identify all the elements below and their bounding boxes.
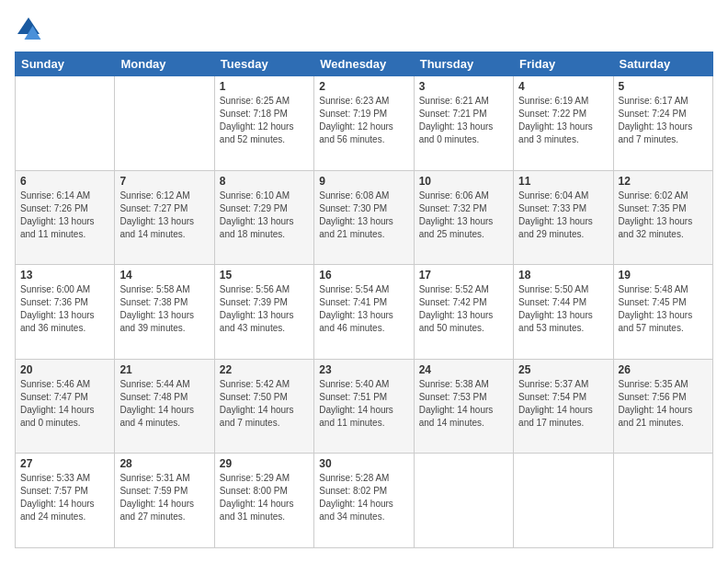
day-number: 25 — [518, 363, 608, 376]
day-info: Sunrise: 6:10 AM Sunset: 7:29 PM Dayligh… — [220, 190, 309, 241]
calendar-cell — [414, 454, 513, 548]
calendar-week-4: 20Sunrise: 5:46 AM Sunset: 7:47 PM Dayli… — [16, 359, 713, 454]
day-info: Sunrise: 6:04 AM Sunset: 7:33 PM Dayligh… — [518, 190, 608, 241]
day-info: Sunrise: 6:21 AM Sunset: 7:21 PM Dayligh… — [419, 95, 508, 146]
calendar-cell: 23Sunrise: 5:40 AM Sunset: 7:51 PM Dayli… — [314, 359, 414, 454]
calendar-cell: 27Sunrise: 5:33 AM Sunset: 7:57 PM Dayli… — [16, 454, 115, 548]
day-info: Sunrise: 5:35 AM Sunset: 7:56 PM Dayligh… — [619, 378, 708, 430]
day-number: 30 — [319, 457, 408, 470]
calendar-cell: 29Sunrise: 5:29 AM Sunset: 8:00 PM Dayli… — [214, 454, 313, 548]
calendar-cell: 18Sunrise: 5:50 AM Sunset: 7:44 PM Dayli… — [514, 265, 613, 360]
day-number: 15 — [220, 269, 309, 282]
day-info: Sunrise: 5:29 AM Sunset: 8:00 PM Dayligh… — [220, 472, 309, 523]
calendar-cell: 7Sunrise: 6:12 AM Sunset: 7:27 PM Daylig… — [115, 170, 214, 265]
calendar-cell: 20Sunrise: 5:46 AM Sunset: 7:47 PM Dayli… — [16, 359, 115, 454]
calendar-cell: 19Sunrise: 5:48 AM Sunset: 7:45 PM Dayli… — [613, 265, 712, 360]
calendar-cell: 16Sunrise: 5:54 AM Sunset: 7:41 PM Dayli… — [314, 265, 414, 360]
day-info: Sunrise: 5:38 AM Sunset: 7:53 PM Dayligh… — [419, 378, 508, 430]
calendar-cell: 21Sunrise: 5:44 AM Sunset: 7:48 PM Dayli… — [115, 359, 214, 454]
calendar-cell: 3Sunrise: 6:21 AM Sunset: 7:21 PM Daylig… — [414, 76, 513, 171]
calendar-cell: 8Sunrise: 6:10 AM Sunset: 7:29 PM Daylig… — [214, 170, 313, 265]
day-number: 7 — [119, 175, 209, 188]
day-number: 2 — [319, 80, 408, 93]
day-number: 11 — [518, 175, 608, 188]
day-number: 4 — [518, 80, 608, 93]
day-number: 9 — [319, 175, 408, 188]
day-info: Sunrise: 6:02 AM Sunset: 7:35 PM Dayligh… — [619, 190, 708, 241]
day-info: Sunrise: 6:06 AM Sunset: 7:32 PM Dayligh… — [419, 190, 508, 241]
day-info: Sunrise: 6:17 AM Sunset: 7:24 PM Dayligh… — [619, 95, 708, 146]
day-number: 29 — [220, 457, 309, 470]
calendar-cell: 22Sunrise: 5:42 AM Sunset: 7:50 PM Dayli… — [214, 359, 313, 454]
weekday-header-tuesday: Tuesday — [214, 52, 313, 76]
day-number: 20 — [20, 363, 109, 376]
calendar-cell: 6Sunrise: 6:14 AM Sunset: 7:26 PM Daylig… — [16, 170, 115, 265]
day-info: Sunrise: 5:40 AM Sunset: 7:51 PM Dayligh… — [319, 378, 408, 430]
day-number: 14 — [119, 269, 209, 282]
calendar-cell: 15Sunrise: 5:56 AM Sunset: 7:39 PM Dayli… — [214, 265, 313, 360]
day-info: Sunrise: 5:56 AM Sunset: 7:39 PM Dayligh… — [220, 283, 309, 335]
weekday-header-wednesday: Wednesday — [314, 52, 414, 76]
day-number: 8 — [220, 175, 309, 188]
calendar-cell: 13Sunrise: 6:00 AM Sunset: 7:36 PM Dayli… — [16, 265, 115, 360]
weekday-header-thursday: Thursday — [414, 52, 513, 76]
calendar-week-1: 1Sunrise: 6:25 AM Sunset: 7:18 PM Daylig… — [16, 76, 713, 171]
calendar-cell: 26Sunrise: 5:35 AM Sunset: 7:56 PM Dayli… — [613, 359, 712, 454]
day-number: 23 — [319, 363, 408, 376]
day-info: Sunrise: 5:48 AM Sunset: 7:45 PM Dayligh… — [619, 283, 708, 335]
calendar-cell: 30Sunrise: 5:28 AM Sunset: 8:02 PM Dayli… — [314, 454, 414, 548]
calendar-cell: 24Sunrise: 5:38 AM Sunset: 7:53 PM Dayli… — [414, 359, 513, 454]
calendar-cell: 1Sunrise: 6:25 AM Sunset: 7:18 PM Daylig… — [214, 76, 313, 171]
day-info: Sunrise: 5:54 AM Sunset: 7:41 PM Dayligh… — [319, 283, 408, 335]
day-info: Sunrise: 5:33 AM Sunset: 7:57 PM Dayligh… — [20, 472, 109, 523]
calendar-cell — [514, 454, 613, 548]
day-info: Sunrise: 6:19 AM Sunset: 7:22 PM Dayligh… — [518, 95, 608, 146]
day-number: 13 — [20, 269, 109, 282]
calendar-table: SundayMondayTuesdayWednesdayThursdayFrid… — [15, 52, 713, 548]
svg-marker-0 — [17, 17, 40, 34]
calendar-cell: 5Sunrise: 6:17 AM Sunset: 7:24 PM Daylig… — [613, 76, 712, 171]
weekday-header-saturday: Saturday — [613, 52, 712, 76]
logo — [15, 15, 46, 42]
calendar-cell: 17Sunrise: 5:52 AM Sunset: 7:42 PM Dayli… — [414, 265, 513, 360]
calendar-cell — [115, 76, 214, 171]
day-info: Sunrise: 6:12 AM Sunset: 7:27 PM Dayligh… — [119, 190, 209, 241]
day-info: Sunrise: 5:46 AM Sunset: 7:47 PM Dayligh… — [20, 378, 109, 430]
calendar-cell: 12Sunrise: 6:02 AM Sunset: 7:35 PM Dayli… — [613, 170, 712, 265]
calendar-cell: 4Sunrise: 6:19 AM Sunset: 7:22 PM Daylig… — [514, 76, 613, 171]
day-number: 3 — [419, 80, 508, 93]
header — [15, 15, 713, 42]
day-number: 22 — [220, 363, 309, 376]
day-number: 21 — [119, 363, 209, 376]
day-info: Sunrise: 5:42 AM Sunset: 7:50 PM Dayligh… — [220, 378, 309, 430]
day-info: Sunrise: 5:58 AM Sunset: 7:38 PM Dayligh… — [119, 283, 209, 335]
day-info: Sunrise: 5:31 AM Sunset: 7:59 PM Dayligh… — [119, 472, 209, 523]
day-number: 10 — [419, 175, 508, 188]
page: SundayMondayTuesdayWednesdayThursdayFrid… — [0, 0, 728, 563]
calendar-week-2: 6Sunrise: 6:14 AM Sunset: 7:26 PM Daylig… — [16, 170, 713, 265]
day-number: 24 — [419, 363, 508, 376]
calendar-cell: 14Sunrise: 5:58 AM Sunset: 7:38 PM Dayli… — [115, 265, 214, 360]
day-info: Sunrise: 5:52 AM Sunset: 7:42 PM Dayligh… — [419, 283, 508, 335]
calendar-cell: 9Sunrise: 6:08 AM Sunset: 7:30 PM Daylig… — [314, 170, 414, 265]
weekday-header-monday: Monday — [115, 52, 214, 76]
weekday-header-sunday: Sunday — [16, 52, 115, 76]
day-info: Sunrise: 5:28 AM Sunset: 8:02 PM Dayligh… — [319, 472, 408, 523]
calendar-cell: 28Sunrise: 5:31 AM Sunset: 7:59 PM Dayli… — [115, 454, 214, 548]
calendar-cell: 10Sunrise: 6:06 AM Sunset: 7:32 PM Dayli… — [414, 170, 513, 265]
day-info: Sunrise: 5:37 AM Sunset: 7:54 PM Dayligh… — [518, 378, 608, 430]
calendar-week-3: 13Sunrise: 6:00 AM Sunset: 7:36 PM Dayli… — [16, 265, 713, 360]
weekday-header-friday: Friday — [514, 52, 613, 76]
day-info: Sunrise: 6:25 AM Sunset: 7:18 PM Dayligh… — [220, 95, 309, 146]
calendar-cell — [16, 76, 115, 171]
day-info: Sunrise: 5:50 AM Sunset: 7:44 PM Dayligh… — [518, 283, 608, 335]
weekday-header-row: SundayMondayTuesdayWednesdayThursdayFrid… — [16, 52, 713, 76]
calendar-cell: 25Sunrise: 5:37 AM Sunset: 7:54 PM Dayli… — [514, 359, 613, 454]
day-number: 5 — [619, 80, 708, 93]
calendar-cell: 2Sunrise: 6:23 AM Sunset: 7:19 PM Daylig… — [314, 76, 414, 171]
calendar-cell — [613, 454, 712, 548]
day-info: Sunrise: 6:14 AM Sunset: 7:26 PM Dayligh… — [20, 190, 109, 241]
calendar-cell: 11Sunrise: 6:04 AM Sunset: 7:33 PM Dayli… — [514, 170, 613, 265]
day-number: 6 — [20, 175, 109, 188]
day-info: Sunrise: 6:08 AM Sunset: 7:30 PM Dayligh… — [319, 190, 408, 241]
